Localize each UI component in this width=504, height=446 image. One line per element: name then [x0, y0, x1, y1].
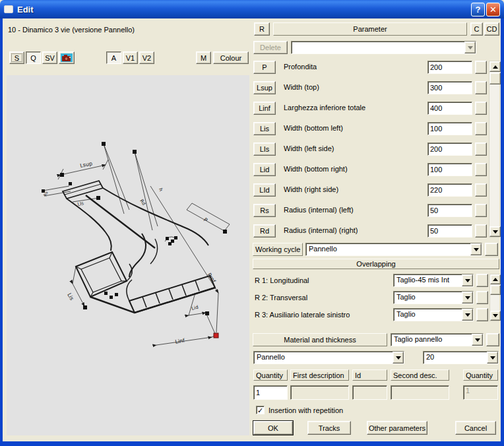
- param-code-button[interactable]: LId: [253, 183, 276, 197]
- param-extra-button[interactable]: [475, 122, 487, 135]
- cd-button[interactable]: CD: [484, 22, 499, 36]
- param-value-field[interactable]: [427, 143, 472, 156]
- material-name-combo[interactable]: Pannello: [253, 351, 404, 364]
- param-extra-button[interactable]: [475, 224, 487, 238]
- scroll-up-button[interactable]: [489, 61, 501, 72]
- param-value-input[interactable]: [428, 123, 472, 135]
- param-value-field[interactable]: [427, 122, 472, 135]
- tracks-button[interactable]: Tracks: [307, 421, 351, 435]
- param-code-button[interactable]: Rd: [253, 224, 276, 238]
- material-thickness-button[interactable]: Material and thickness: [253, 333, 387, 346]
- active-handle-red[interactable]: [214, 333, 218, 338]
- chevron-down-button[interactable]: [462, 274, 473, 286]
- working-cycle-extra-button[interactable]: [485, 243, 498, 256]
- param-value-field[interactable]: [427, 61, 472, 74]
- toolbar-m-button[interactable]: M: [196, 51, 211, 64]
- overlap-row-combo[interactable]: Taglio: [393, 291, 474, 304]
- ok-button[interactable]: OK: [253, 421, 293, 435]
- scroll-up-button[interactable]: [490, 274, 501, 284]
- param-code-button[interactable]: Rs: [253, 204, 276, 217]
- duct-preview-area[interactable]: Lsup Rs LIs Rd h P Prof Lis Lid Linf: [7, 75, 249, 435]
- quantity-input[interactable]: [254, 386, 287, 399]
- parameter-set-dropdown-button[interactable]: [464, 42, 476, 53]
- delete-button[interactable]: Delete: [253, 41, 288, 54]
- param-extra-button[interactable]: [475, 102, 487, 115]
- scroll-down-button[interactable]: [490, 311, 501, 321]
- param-code-button[interactable]: Lsup: [253, 81, 276, 94]
- r-button[interactable]: R: [254, 22, 270, 36]
- overlap-extra-button[interactable]: [476, 274, 488, 287]
- check-icon: ✓: [257, 407, 263, 414]
- toolbar-s-button[interactable]: S: [9, 51, 24, 64]
- thickness-combo[interactable]: 20: [423, 351, 499, 364]
- svg-text:Lsup: Lsup: [80, 160, 93, 169]
- param-value-input[interactable]: [428, 143, 472, 155]
- overlap-extra-button[interactable]: [476, 308, 488, 321]
- param-extra-button[interactable]: [475, 183, 487, 197]
- close-button[interactable]: ✕: [486, 3, 500, 16]
- parameter-scrollbar[interactable]: [489, 61, 500, 238]
- material-extra-button[interactable]: [486, 333, 499, 346]
- param-label: Width (left side): [284, 144, 334, 152]
- param-code-button[interactable]: Linf: [253, 102, 276, 115]
- param-extra-button[interactable]: [475, 143, 487, 156]
- repetition-checkbox[interactable]: ✓: [256, 406, 265, 414]
- working-cycle-dropdown-button[interactable]: [470, 243, 482, 255]
- toolbar-sv-button[interactable]: SV: [42, 51, 57, 64]
- param-value-input[interactable]: [428, 205, 472, 216]
- cancel-button[interactable]: Cancel: [455, 421, 496, 435]
- scrollbar-thumb[interactable]: [489, 73, 501, 84]
- param-extra-button[interactable]: [475, 204, 487, 217]
- camera-icon: [61, 53, 73, 62]
- param-value-input[interactable]: [428, 184, 472, 196]
- param-value-input[interactable]: [428, 164, 472, 175]
- param-value-field[interactable]: [427, 163, 472, 176]
- param-value-field[interactable]: [427, 204, 472, 217]
- parameter-set-combo[interactable]: [291, 41, 476, 54]
- param-value-field[interactable]: [427, 102, 472, 115]
- chevron-down-button[interactable]: [462, 309, 473, 321]
- overlap-extra-button[interactable]: [476, 291, 488, 304]
- c-button[interactable]: C: [470, 22, 483, 36]
- overlap-row-combo[interactable]: Taglio: [393, 308, 474, 321]
- scrollbar-thumb[interactable]: [490, 285, 501, 295]
- help-button[interactable]: ?: [471, 3, 485, 16]
- chevron-down-button[interactable]: [472, 334, 483, 346]
- working-cycle-combo[interactable]: Pannello: [305, 243, 482, 256]
- param-extra-button[interactable]: [475, 61, 487, 74]
- toolbar-v2-button[interactable]: V2: [139, 51, 154, 64]
- close-icon: ✕: [489, 5, 497, 15]
- overlapping-scrollbar[interactable]: [489, 274, 500, 321]
- title-bar[interactable]: Edit ? ✕: [0, 0, 504, 18]
- toolbar-q-button[interactable]: Q: [26, 51, 41, 64]
- param-code-button[interactable]: P: [253, 61, 276, 74]
- toolbar-camera-button[interactable]: [59, 51, 75, 64]
- param-value-field[interactable]: [427, 224, 472, 238]
- scroll-down-button[interactable]: [489, 226, 501, 237]
- param-value-input[interactable]: [428, 225, 472, 237]
- toolbar-v1-button[interactable]: V1: [123, 51, 138, 64]
- toolbar-colour-button[interactable]: Colour: [213, 51, 249, 64]
- svg-text:P: P: [203, 216, 208, 223]
- chevron-down-icon: [475, 338, 480, 342]
- chevron-down-button[interactable]: [462, 292, 473, 303]
- material-cycle-combo[interactable]: Taglio pannello: [391, 333, 484, 346]
- param-value-input[interactable]: [428, 61, 472, 73]
- param-value-field[interactable]: [427, 81, 472, 94]
- chevron-down-button[interactable]: [393, 352, 404, 364]
- param-label: Radius (internal) (left): [284, 206, 354, 214]
- param-value-input[interactable]: [428, 102, 472, 114]
- edit-dialog: Edit ? ✕ 10 - Dinamico 3 vie (versione P…: [0, 0, 504, 446]
- param-value-field[interactable]: [427, 183, 472, 197]
- param-value-input[interactable]: [428, 82, 472, 94]
- param-extra-button[interactable]: [475, 81, 487, 94]
- param-code-button[interactable]: Lis: [253, 122, 276, 135]
- param-code-button[interactable]: LIs: [253, 143, 276, 156]
- overlap-row-combo[interactable]: Taglio-45 mis Int: [393, 274, 474, 287]
- quantity-field[interactable]: [253, 385, 288, 400]
- chevron-down-button[interactable]: [487, 352, 498, 364]
- param-extra-button[interactable]: [475, 163, 487, 176]
- other-parameters-button[interactable]: Other parameters: [367, 421, 427, 435]
- param-code-button[interactable]: Lid: [253, 163, 276, 176]
- toolbar-a-button[interactable]: A: [106, 51, 121, 64]
